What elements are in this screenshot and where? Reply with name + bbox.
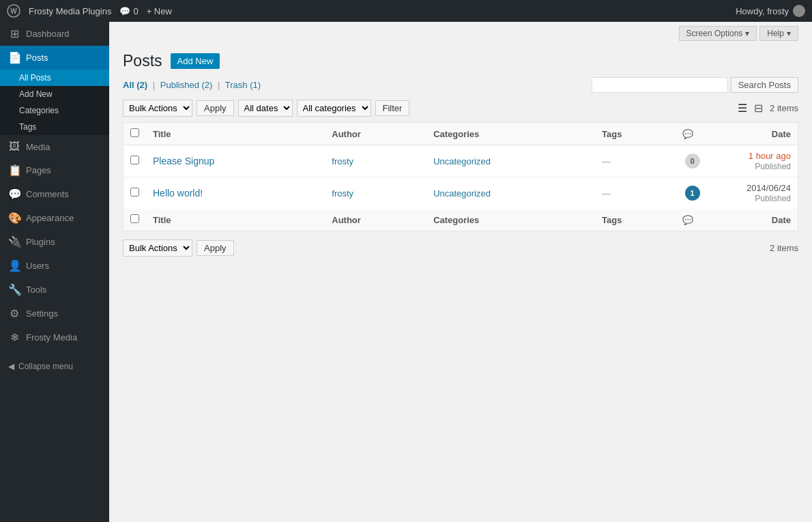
post-author-cell: frosty [325,145,426,177]
collapse-arrow-icon: ◀ [8,362,14,371]
apply-button-top[interactable]: Apply [197,100,234,116]
comment-column-bubble-icon: 💬 [682,129,693,139]
filter-trash-link[interactable]: Trash (1) [225,80,261,90]
sidebar-item-categories[interactable]: Categories [0,102,109,119]
categories-column-header[interactable]: Categories [426,123,595,145]
frosty-media-icon: ❄ [8,331,20,344]
post-date-cell: 1 hour ago Published [710,145,798,177]
post-title-cell: Hello world! [146,177,325,209]
title-footer[interactable]: Title [146,209,325,231]
howdy-label: Howdy, frosty [736,5,805,17]
comment-count-badge[interactable]: 1 [685,186,700,201]
items-count-bottom: 2 items [770,243,798,253]
comment-icon: 💬 [119,6,130,16]
post-author-cell: frosty [325,177,426,209]
sidebar-item-all-posts[interactable]: All Posts [0,70,109,86]
sidebar-item-media[interactable]: 🖼 Media [0,135,109,158]
filter-trash-label: Trash [225,80,248,90]
search-posts-button[interactable]: Search Posts [731,77,798,93]
screen-options-button[interactable]: Screen Options ▾ [679,26,757,41]
filter-button[interactable]: Filter [375,100,410,116]
tags-column-header[interactable]: Tags [595,123,675,145]
select-all-header [124,123,147,145]
row-checkbox-cell [124,145,147,177]
apply-button-bottom[interactable]: Apply [197,240,234,256]
author-footer[interactable]: Author [325,209,426,231]
sidebar-item-frosty-media[interactable]: ❄ Frosty Media [0,325,109,349]
date-column-header[interactable]: Date [710,123,798,145]
comments-footer[interactable]: 💬 [676,209,710,231]
bulk-actions-select-top[interactable]: Bulk Actions [123,100,192,117]
search-input[interactable] [592,77,728,93]
row-checkbox[interactable] [130,188,139,197]
sidebar-item-tags[interactable]: Tags [0,119,109,135]
date-line1: 1 hour ago [749,151,791,161]
author-column-header[interactable]: Author [325,123,426,145]
add-new-button[interactable]: Add New [171,53,220,69]
tags-value: — [602,188,611,199]
sidebar-item-settings[interactable]: ⚙ Settings [0,302,109,325]
sidebar-item-tools[interactable]: 🔧 Tools [0,278,109,302]
post-title-link[interactable]: Hello world! [153,188,203,199]
help-button[interactable]: Help ▾ [759,26,798,41]
table-header-row: Title Author Categories Tags 💬 Date [124,123,798,145]
collapse-menu[interactable]: ◀ Collapse menu [0,356,109,377]
post-title-link[interactable]: Please Signup [153,156,214,166]
select-all-checkbox[interactable] [130,128,139,137]
category-link[interactable]: Uncategorized [433,188,491,199]
row-checkbox-cell [124,177,147,209]
comments-link[interactable]: 💬 0 [119,6,138,16]
table-row: Please Signup frosty Uncategorized — 0 [124,145,798,177]
comment-bubble-footer-icon: 💬 [682,215,693,225]
site-name[interactable]: Frosty Media Plugins [29,6,111,16]
author-link[interactable]: frosty [332,188,353,199]
posts-table: Title Author Categories Tags 💬 Date [123,122,798,231]
dates-filter-select[interactable]: All dates [238,100,293,117]
sidebar-item-posts[interactable]: 📄 Posts [0,46,109,70]
users-icon: 👤 [8,259,20,272]
filter-published-link[interactable]: Published (2) [160,80,215,90]
sidebar-item-label: Users [26,261,49,271]
new-content-link[interactable]: + New [147,6,172,16]
title-column-header[interactable]: Title [146,123,325,145]
post-categories-cell: Uncategorized [426,177,595,209]
date-line1: 2014/06/24 [746,183,791,193]
table-row: Hello world! frosty Uncategorized — 1 [124,177,798,209]
sidebar-item-pages[interactable]: 📋 Pages [0,158,109,182]
wp-logo-icon[interactable]: W [7,4,20,18]
sidebar-item-label: Plugins [26,237,55,247]
tablenav-top-right: ☰ ⊟ 2 items [735,100,798,116]
categories-footer[interactable]: Categories [426,209,595,231]
comments-count: 0 [133,6,138,16]
comments-column-header[interactable]: 💬 [676,123,710,145]
collapse-label: Collapse menu [18,362,73,371]
sidebar-item-label: All Posts [19,73,51,83]
filter-all-link[interactable]: All (2) [123,80,150,90]
date-footer[interactable]: Date [710,209,798,231]
categories-filter-select[interactable]: All categories [297,100,371,117]
sidebar-item-plugins[interactable]: 🔌 Plugins [0,230,109,254]
bulk-actions-select-bottom[interactable]: Bulk Actions [123,240,192,257]
row-checkbox[interactable] [130,156,139,164]
sidebar-item-label: Add New [19,89,53,99]
sidebar: ⊞ Dashboard 📄 Posts All Posts Add New Ca… [0,22,109,522]
sidebar-item-comments[interactable]: 💬 Comments [0,182,109,206]
sidebar-item-add-new[interactable]: Add New [0,86,109,102]
tools-icon: 🔧 [8,283,20,296]
sidebar-item-label: Categories [19,106,59,115]
post-categories-cell: Uncategorized [426,145,595,177]
main-content: Screen Options ▾ Help ▾ Posts Add New Al… [109,22,812,522]
comment-count-badge[interactable]: 0 [685,154,700,169]
category-link[interactable]: Uncategorized [433,156,491,166]
sidebar-item-appearance[interactable]: 🎨 Appearance [0,206,109,230]
select-all-checkbox-footer[interactable] [130,214,139,223]
sidebar-item-users[interactable]: 👤 Users [0,254,109,278]
sidebar-item-label: Dashboard [26,29,70,39]
tags-footer[interactable]: Tags [595,209,675,231]
excerpt-view-button[interactable]: ⊟ [751,100,766,116]
sidebar-item-dashboard[interactable]: ⊞ Dashboard [0,22,109,46]
posts-icon: 📄 [8,51,20,64]
list-view-button[interactable]: ☰ [735,100,750,116]
author-link[interactable]: frosty [332,156,353,166]
howdy-text: Howdy, frosty [736,6,789,16]
